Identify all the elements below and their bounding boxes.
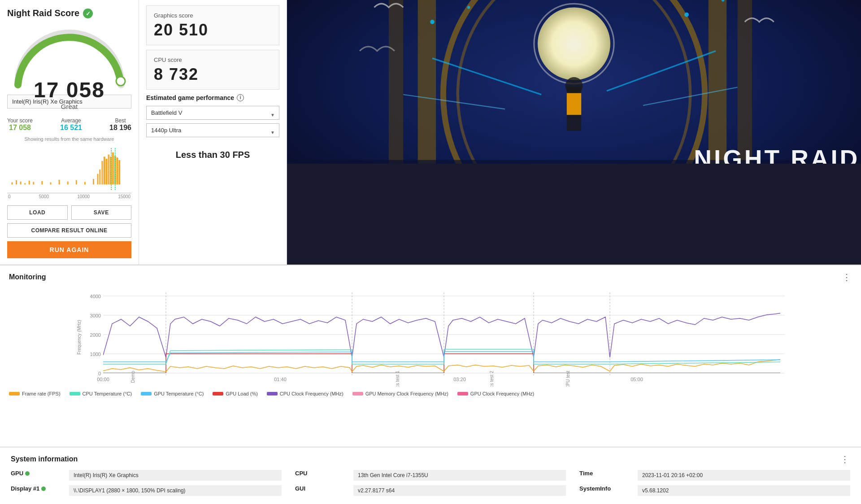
svg-text:Graphics test 2: Graphics test 2	[489, 371, 494, 387]
info-icon[interactable]: i	[237, 94, 244, 101]
svg-rect-4	[24, 183, 26, 185]
sysinfo-menu-icon[interactable]: ⋮	[840, 454, 850, 465]
main-score: 17 058	[9, 79, 130, 101]
sysinfo-display-value: \\.\DISPLAY1 (2880 × 1800, 150% DPI scal…	[69, 485, 282, 496]
compare-button[interactable]: COMPARE RESULT ONLINE	[7, 223, 131, 238]
night-raid-art: NIGHT RAID (V1.1)	[287, 0, 861, 164]
svg-text:2000: 2000	[90, 332, 101, 338]
monitoring-title: Monitoring	[9, 273, 46, 281]
svg-text:Demo: Demo	[130, 371, 135, 383]
cpu-score-value: 8 732	[154, 65, 272, 84]
svg-point-38	[430, 20, 435, 24]
mini-chart-svg	[7, 146, 131, 193]
score-row: Your score 17 058 Average 16 521 Best 18…	[7, 115, 131, 132]
legend-cpu-temp: CPU Temperature (°C)	[70, 391, 132, 396]
middle-panel: Graphics score 20 510 CPU score 8 732 Es…	[139, 0, 287, 265]
legend-color-gpu-clock	[457, 392, 468, 395]
legend-row: Frame rate (FPS) CPU Temperature (°C) GP…	[9, 391, 852, 396]
svg-rect-53	[103, 290, 780, 373]
sysinfo-gpu-key: GPU	[11, 470, 65, 477]
svg-rect-14	[97, 174, 99, 185]
monitoring-menu-icon[interactable]: ⋮	[842, 272, 852, 282]
sysinfo-time-key: Time	[579, 470, 633, 477]
chart-x-labels: 0 5000 10000 15000	[7, 193, 131, 199]
monitoring-header: Monitoring ⋮	[9, 272, 852, 282]
svg-rect-32	[389, 0, 403, 164]
svg-text:NIGHT RAID: NIGHT RAID	[694, 145, 860, 164]
graphics-score-box: Graphics score 20 510	[146, 5, 279, 45]
chart-area: 0 1000 2000 3000 4000 Frequency (MHz) 00…	[9, 288, 852, 387]
est-game-perf: Estimated game performance i Battlefield…	[146, 94, 279, 164]
gpu-status-dot	[25, 471, 30, 476]
svg-text:01:40: 01:40	[274, 377, 287, 382]
svg-point-39	[467, 6, 470, 9]
best-col: Best 18 196	[109, 117, 131, 132]
svg-text:3000: 3000	[90, 313, 101, 318]
quality-dropdown[interactable]: 1440p Ultra 1440p High 1080p Ultra 1080p…	[146, 123, 279, 137]
fps-result: Less than 30 FPS	[146, 146, 279, 164]
load-button[interactable]: LOAD	[7, 205, 68, 220]
legend-color-gpu-mem-clock	[352, 392, 363, 395]
gauge-container: 17 058 Great	[9, 22, 130, 89]
svg-rect-24	[118, 160, 120, 184]
run-again-button[interactable]: RUN AGAIN	[7, 241, 131, 258]
svg-text:Frequency (MHz): Frequency (MHz)	[77, 320, 82, 354]
score-label: Great	[9, 103, 130, 110]
legend-gpu-temp: GPU Temperature (°C)	[141, 391, 204, 396]
legend-color-gpu-load	[213, 392, 223, 395]
sysinfo-cpu-value: 13th Gen Intel Core i7-1355U	[353, 470, 566, 481]
sysinfo-systeminfo-value: v5.68.1202	[638, 485, 850, 496]
check-icon	[83, 9, 93, 18]
svg-text:CPU test: CPU test	[565, 371, 570, 387]
legend-gpu-mem-clock: GPU Memory Clock Frequency (MHz)	[352, 391, 448, 396]
sysinfo-header: System information ⋮	[11, 454, 850, 465]
graphics-score-label: Graphics score	[154, 12, 272, 19]
your-score-label: Your score	[7, 117, 33, 124]
svg-rect-2	[16, 180, 17, 185]
sysinfo-col2: CPU 13th Gen Intel Core i7-1355U GUI v2.…	[295, 470, 566, 496]
best-label: Best	[109, 117, 131, 124]
svg-text:03:20: 03:20	[453, 377, 466, 382]
btn-row: LOAD SAVE	[7, 205, 131, 220]
svg-rect-17	[104, 156, 105, 184]
svg-rect-19	[108, 155, 109, 185]
score-display: 17 058 Great	[9, 79, 130, 110]
quality-dropdown-wrap: 1440p Ultra 1440p High 1080p Ultra 1080p…	[146, 123, 279, 141]
sysinfo-grid: GPU Intel(R) Iris(R) Xe Graphics Display…	[11, 470, 850, 496]
mini-chart	[7, 146, 131, 193]
title-text: Night Raid Score	[7, 8, 79, 18]
graphics-score-value: 20 510	[154, 21, 272, 39]
average-col: Average 16 521	[60, 117, 82, 132]
legend-gpu-load: GPU Load (%)	[213, 391, 258, 396]
svg-rect-6	[33, 182, 34, 185]
svg-rect-15	[99, 169, 100, 184]
game-dropdown-wrap: Battlefield V Cyberpunk 2077 Fortnite Sh…	[146, 106, 279, 123]
night-raid-score-title: Night Raid Score	[7, 8, 131, 18]
svg-rect-1	[12, 182, 13, 185]
top-section: Night Raid Score 17 058 Great Int	[0, 0, 861, 265]
svg-rect-8	[50, 182, 52, 185]
svg-point-45	[565, 77, 583, 95]
svg-text:00:00: 00:00	[97, 377, 109, 382]
sysinfo-time-value: 2023-11-01 20:16 +02:00	[638, 470, 850, 481]
svg-point-34	[538, 7, 610, 80]
main-container: Night Raid Score 17 058 Great Int	[0, 0, 861, 504]
svg-rect-30	[418, 0, 436, 164]
sysinfo-gpu-value: Intel(R) Iris(R) Xe Graphics	[69, 470, 282, 481]
sysinfo-col3: Time 2023-11-01 20:16 +02:00 SystemInfo …	[579, 470, 850, 496]
same-hw-text: Showing results from the same hardware	[7, 136, 131, 142]
svg-rect-10	[67, 182, 69, 185]
left-panel: Night Raid Score 17 058 Great Int	[0, 0, 139, 265]
legend-color-cpu-temp	[70, 392, 80, 395]
sysinfo-display-row: Display #1 \\.\DISPLAY1 (2880 × 1800, 15…	[11, 485, 282, 496]
svg-rect-7	[41, 181, 43, 185]
legend-color-frame-rate	[9, 392, 20, 395]
sysinfo-gui-row: GUI v2.27.8177 s64	[295, 485, 566, 496]
game-dropdown[interactable]: Battlefield V Cyberpunk 2077 Fortnite Sh…	[146, 106, 279, 120]
sysinfo-systeminfo-key: SystemInfo	[579, 485, 633, 492]
sysinfo-cpu-key: CPU	[295, 470, 349, 477]
sysinfo-title: System information	[11, 455, 78, 463]
your-score-value: 17 058	[7, 124, 33, 132]
svg-text:0: 0	[98, 371, 101, 376]
save-button[interactable]: SAVE	[71, 205, 132, 220]
